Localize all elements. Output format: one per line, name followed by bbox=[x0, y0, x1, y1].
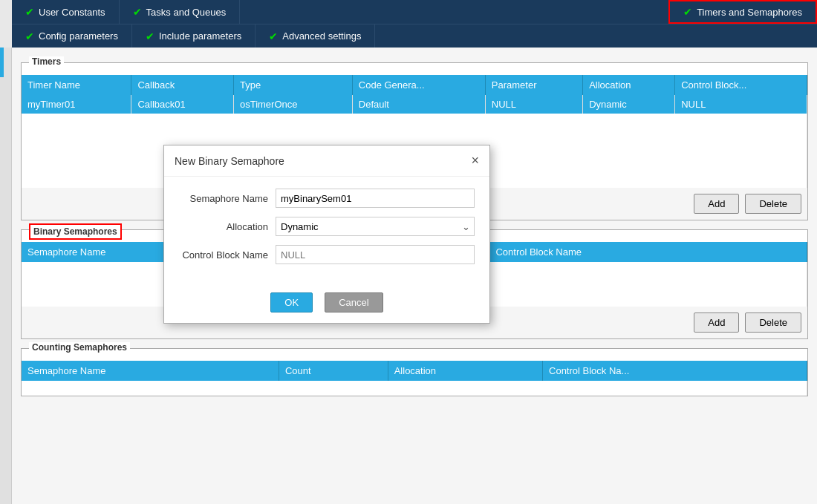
cell-alloc: Dynamic bbox=[583, 95, 675, 114]
tabs-row2: ✔ Config parameters ✔ Include parameters… bbox=[12, 24, 817, 48]
col-timer-name: Timer Name bbox=[22, 75, 131, 95]
new-binary-semaphore-modal: New Binary Semaphore × Semaphore Name Al… bbox=[163, 145, 490, 324]
tab-config-params[interactable]: ✔ Config parameters bbox=[12, 24, 132, 48]
cell-ctrl-block: NULL bbox=[675, 95, 807, 114]
col-allocation: Allocation bbox=[583, 75, 675, 95]
tab-user-constants[interactable]: ✔ User Constants bbox=[12, 0, 120, 24]
modal-ok-btn[interactable]: OK bbox=[270, 292, 313, 312]
modal-body: Semaphore Name Allocation Dynamic Static… bbox=[164, 177, 489, 285]
col-count-allocation: Allocation bbox=[388, 361, 542, 381]
col-count-ctrl-block: Control Block Na... bbox=[543, 361, 807, 381]
table-row[interactable]: myTimer01 Callback01 osTimerOnce Default… bbox=[22, 95, 807, 114]
counting-semaphores-table: Semaphore Name Count Allocation Control … bbox=[22, 361, 807, 396]
counting-semaphores-label: Counting Semaphores bbox=[29, 342, 130, 353]
timers-add-btn[interactable]: Add bbox=[694, 194, 739, 214]
tab-tasks-queues[interactable]: ✔ Tasks and Queues bbox=[120, 0, 241, 24]
semaphore-name-label: Semaphore Name bbox=[179, 193, 276, 204]
control-block-label: Control Block Name bbox=[179, 249, 276, 261]
allocation-select-wrapper: Dynamic Static ⌄ bbox=[276, 217, 475, 236]
check-icon-tasks-queues: ✔ bbox=[133, 6, 142, 18]
cell-parameter: NULL bbox=[485, 95, 582, 114]
check-icon-timers: ✔ bbox=[683, 6, 692, 18]
col-count: Count bbox=[279, 361, 388, 381]
semaphore-name-input[interactable] bbox=[276, 189, 475, 208]
timers-delete-btn[interactable]: Delete bbox=[745, 194, 801, 214]
col-ctrl-block-name: Control Block Name bbox=[489, 242, 807, 262]
check-icon-advanced: ✔ bbox=[269, 30, 278, 42]
col-callback: Callback bbox=[131, 75, 233, 95]
control-block-row: Control Block Name bbox=[179, 245, 475, 264]
cell-type: osTimerOnce bbox=[233, 95, 352, 114]
cell-callback: Callback01 bbox=[131, 95, 233, 114]
tab-timers-semaphores[interactable]: ✔ Timers and Semaphores bbox=[668, 0, 817, 24]
col-parameter: Parameter bbox=[485, 75, 582, 95]
main-container: ✔ User Constants ✔ Tasks and Queues ✔ Ti… bbox=[0, 0, 817, 504]
col-count-sem-name: Semaphore Name bbox=[22, 361, 279, 381]
tabs-row1: ✔ User Constants ✔ Tasks and Queues ✔ Ti… bbox=[12, 0, 817, 24]
left-sidebar bbox=[0, 48, 12, 504]
cell-code-gen: Default bbox=[352, 95, 485, 114]
semaphore-name-row: Semaphore Name bbox=[179, 189, 475, 208]
cell-timer-name: myTimer01 bbox=[22, 95, 131, 114]
left-indicator bbox=[0, 48, 4, 77]
check-icon-config: ✔ bbox=[25, 30, 34, 42]
check-icon-user-constants: ✔ bbox=[25, 6, 34, 18]
counting-table-empty bbox=[22, 381, 807, 396]
tab-include-params[interactable]: ✔ Include parameters bbox=[132, 24, 255, 48]
control-block-input[interactable] bbox=[276, 245, 475, 264]
binary-semaphores-label: Binary Semaphores bbox=[29, 223, 122, 240]
modal-footer: OK Cancel bbox=[164, 285, 489, 323]
col-control-block: Control Block... bbox=[675, 75, 807, 95]
allocation-row: Allocation Dynamic Static ⌄ bbox=[179, 217, 475, 236]
check-icon-include: ✔ bbox=[146, 30, 154, 42]
tab-advanced-settings[interactable]: ✔ Advanced settings bbox=[255, 24, 375, 48]
modal-cancel-btn[interactable]: Cancel bbox=[325, 292, 383, 312]
col-type: Type bbox=[233, 75, 352, 95]
modal-close-btn[interactable]: × bbox=[471, 153, 479, 168]
counting-semaphores-section: Counting Semaphores Semaphore Name Count… bbox=[21, 348, 808, 396]
binary-add-btn[interactable]: Add bbox=[694, 312, 739, 333]
modal-header: New Binary Semaphore × bbox=[164, 145, 489, 177]
col-code-gen: Code Genera... bbox=[352, 75, 485, 95]
binary-delete-btn[interactable]: Delete bbox=[745, 312, 801, 333]
modal-title: New Binary Semaphore bbox=[175, 155, 284, 167]
allocation-label: Allocation bbox=[179, 221, 276, 232]
allocation-select[interactable]: Dynamic Static bbox=[276, 217, 475, 236]
timers-label: Timers bbox=[29, 56, 64, 67]
